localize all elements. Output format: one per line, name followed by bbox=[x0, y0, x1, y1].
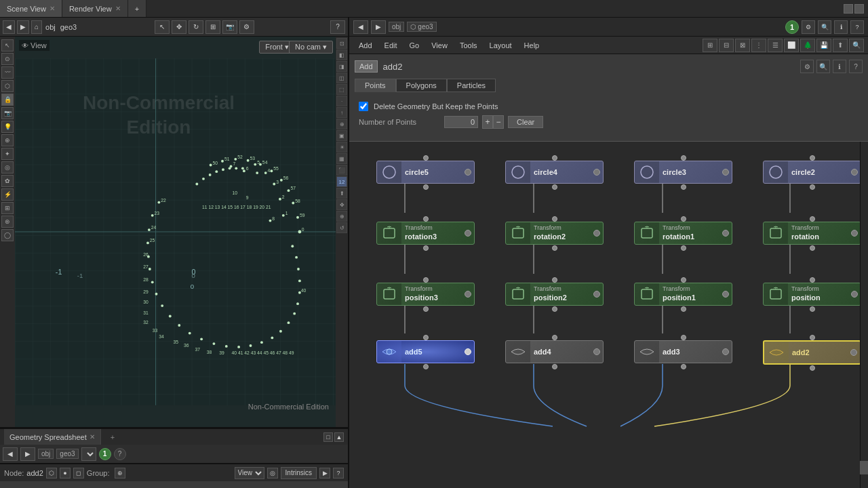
select-icon[interactable]: ↖ bbox=[1, 39, 14, 52]
spreadsheet-tab[interactable]: Geometry Spreadsheet ✕ bbox=[4, 429, 101, 445]
node-position1[interactable]: Transform position1 bbox=[634, 277, 732, 312]
node-add3[interactable]: add3 bbox=[634, 335, 732, 369]
node-circle5[interactable]: circle5 bbox=[376, 155, 475, 190]
particle-icon[interactable]: ✦ bbox=[1, 148, 14, 160]
insp-help[interactable]: ? bbox=[849, 60, 863, 73]
collapse-button[interactable]: □ bbox=[323, 432, 333, 442]
dynamic-icon[interactable]: ⚡ bbox=[1, 188, 14, 201]
zoom-icon[interactable]: ⊕ bbox=[336, 211, 347, 222]
search2-icon[interactable]: 🔍 bbox=[849, 39, 864, 52]
shade-icon[interactable]: ◨ bbox=[336, 61, 347, 72]
lock-icon[interactable]: 🔒 bbox=[1, 94, 14, 106]
node-add5[interactable]: add5 bbox=[376, 335, 475, 369]
export-icon[interactable]: ⬆ bbox=[336, 188, 347, 199]
node-circle4[interactable]: circle4 bbox=[505, 155, 604, 190]
clear-button[interactable]: Clear bbox=[508, 116, 543, 128]
circle2-box[interactable]: circle2 bbox=[763, 161, 861, 184]
layout-icon-3[interactable]: ⊠ bbox=[735, 39, 750, 52]
scrollbar-thumb[interactable] bbox=[860, 461, 868, 474]
export2-icon[interactable]: ⬆ bbox=[833, 39, 848, 52]
rotation-box[interactable]: Transform rotation bbox=[763, 222, 861, 245]
node-add4[interactable]: add4 bbox=[505, 335, 604, 369]
orbit-icon[interactable]: ◯ bbox=[1, 229, 14, 241]
tab-polygons[interactable]: Polygons bbox=[396, 79, 447, 92]
rotation3-box[interactable]: Transform rotation3 bbox=[376, 222, 475, 245]
circle4-box[interactable]: circle4 bbox=[505, 161, 604, 184]
insp-search[interactable]: 🔍 bbox=[816, 60, 830, 73]
tab-scene-view[interactable]: Scene View ✕ bbox=[0, 0, 62, 17]
r-back[interactable]: ◀ bbox=[353, 20, 368, 34]
decrement-button[interactable]: − bbox=[493, 115, 504, 129]
position3-box[interactable]: Transform position3 bbox=[376, 283, 475, 306]
node-position[interactable]: Transform position bbox=[763, 277, 861, 312]
node-flag-sm[interactable]: ● bbox=[60, 468, 71, 479]
cam-icon[interactable]: 📷 bbox=[1, 107, 14, 119]
node-graph-scrollbar[interactable] bbox=[860, 142, 868, 488]
node-rotation[interactable]: Transform rotation bbox=[763, 216, 861, 251]
expand-button[interactable]: ▲ bbox=[334, 432, 344, 442]
rotation1-box[interactable]: Transform rotation1 bbox=[634, 222, 732, 245]
pan-icon[interactable]: ✥ bbox=[336, 199, 347, 210]
add3-box[interactable]: add3 bbox=[634, 340, 732, 363]
intrinsics-button[interactable]: Intrinsics bbox=[281, 467, 317, 479]
rotation2-box[interactable]: Transform rotation2 bbox=[505, 222, 604, 245]
r-search[interactable]: 🔍 bbox=[818, 20, 831, 34]
node-add2[interactable]: add2 bbox=[763, 335, 861, 371]
reflect-icon[interactable]: ⬛ bbox=[336, 165, 347, 176]
node-circle3[interactable]: circle3 bbox=[634, 155, 732, 190]
node-position3[interactable]: Transform position3 bbox=[376, 277, 475, 312]
brush-icon[interactable]: 〰 bbox=[1, 66, 14, 79]
snap-icon[interactable]: ⊡ bbox=[336, 38, 347, 49]
tab-points[interactable]: Points bbox=[355, 79, 396, 92]
r-settings[interactable]: ⚙ bbox=[802, 20, 815, 34]
position-box[interactable]: Transform position bbox=[763, 283, 861, 306]
delete-geo-checkbox[interactable] bbox=[359, 102, 368, 111]
layout-icon-2[interactable]: ⊟ bbox=[719, 39, 734, 52]
scale-tool[interactable]: ⊞ bbox=[205, 20, 220, 34]
tab-render-view[interactable]: Render View ✕ bbox=[62, 0, 128, 17]
r-help[interactable]: ? bbox=[850, 20, 864, 34]
increment-button[interactable]: + bbox=[482, 115, 493, 129]
tab-particles[interactable]: Particles bbox=[447, 79, 496, 92]
view-select[interactable]: View bbox=[235, 467, 264, 479]
ghost-icon[interactable]: ◫ bbox=[336, 73, 347, 83]
mat-icon[interactable]: ▣ bbox=[336, 130, 347, 141]
num-points-input[interactable] bbox=[444, 116, 478, 128]
layout-icon-1[interactable]: ⊞ bbox=[703, 39, 717, 52]
add2-box[interactable]: add2 bbox=[763, 340, 861, 365]
position2-box[interactable]: Transform position2 bbox=[505, 283, 604, 306]
deform-icon[interactable]: ◎ bbox=[1, 161, 14, 174]
r-info[interactable]: ℹ bbox=[834, 20, 848, 34]
ss-help[interactable]: ? bbox=[114, 448, 126, 460]
menu-view[interactable]: View bbox=[426, 40, 453, 51]
save-icon[interactable]: 💾 bbox=[816, 39, 831, 52]
lasso-icon[interactable]: ⊙ bbox=[1, 53, 14, 65]
node-rotation2[interactable]: Transform rotation2 bbox=[505, 216, 604, 251]
pose-icon[interactable]: ✿ bbox=[1, 175, 14, 187]
tree-icon[interactable]: 🌲 bbox=[800, 39, 815, 52]
group-icon[interactable]: ⊕ bbox=[115, 468, 125, 479]
ss-back[interactable]: ◀ bbox=[3, 447, 18, 461]
help-sm-icon[interactable]: ? bbox=[333, 468, 344, 479]
play-icon[interactable]: ▶ bbox=[319, 468, 330, 479]
menu-add[interactable]: Add bbox=[353, 40, 378, 51]
net-icon[interactable]: ⋮ bbox=[751, 39, 766, 52]
render-view-close[interactable]: ✕ bbox=[115, 5, 121, 12]
geometry-icon[interactable]: ◎ bbox=[267, 468, 278, 479]
new-tab-button[interactable]: + bbox=[128, 0, 146, 17]
handle-icon[interactable]: ⊕ bbox=[1, 134, 14, 146]
move-tool[interactable]: ✥ bbox=[172, 20, 186, 34]
display-opts[interactable]: ⚙ bbox=[239, 20, 254, 34]
select-tool[interactable]: ↖ bbox=[155, 20, 170, 34]
tumble2-icon[interactable]: ↺ bbox=[336, 222, 347, 233]
light-icon[interactable]: 💡 bbox=[1, 121, 14, 133]
menu-layout[interactable]: Layout bbox=[484, 40, 517, 51]
camera-select-button[interactable]: No cam ▾ bbox=[289, 41, 333, 54]
scene-view-close[interactable]: ✕ bbox=[50, 5, 55, 12]
node-position2[interactable]: Transform position2 bbox=[505, 277, 604, 312]
light-toggle[interactable]: ☀ bbox=[336, 142, 347, 152]
help-button[interactable]: ? bbox=[330, 20, 345, 34]
wire-icon[interactable]: ⬚ bbox=[336, 84, 347, 95]
insp-info[interactable]: ℹ bbox=[833, 60, 846, 73]
menu-help[interactable]: Help bbox=[519, 40, 545, 51]
